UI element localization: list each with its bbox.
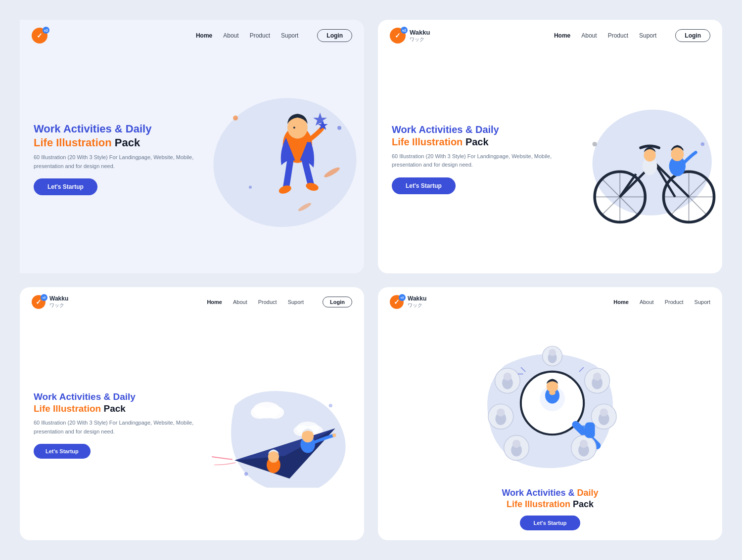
hero-text-1: Work Activities & Daily Life Illustratio… xyxy=(34,122,198,195)
navbar-1: v2 Home About Product Suport Login xyxy=(20,20,364,51)
hero-desc-2: 60 Illustration (20 With 3 Style) For La… xyxy=(392,152,556,170)
title-blue-3: Work Activities & Daily xyxy=(34,391,136,402)
cta-btn-1[interactable]: Let's Startup xyxy=(34,178,97,195)
svg-point-1 xyxy=(233,115,238,120)
cta-btn-2[interactable]: Let's Startup xyxy=(392,177,456,194)
login-btn-2[interactable]: Login xyxy=(675,29,710,42)
hero-3: Work Activities & Daily Life Illustratio… xyxy=(20,317,364,541)
svg-point-64 xyxy=(600,409,608,417)
title-blue-1: Work Activities & Daily xyxy=(34,123,151,135)
svg-point-46 xyxy=(329,404,332,407)
nav-product-4[interactable]: Product xyxy=(665,299,684,305)
hero-title-4: Work Activities & Daily Life Illustratio… xyxy=(502,487,598,510)
title-orange-4b: Life Illustration xyxy=(507,499,570,509)
logo-v2-4: v2 xyxy=(399,294,406,301)
svg-point-45 xyxy=(244,472,248,475)
hero-desc-1: 60 Illustration (20 With 3 Style) For La… xyxy=(34,153,198,171)
svg-point-70 xyxy=(580,440,588,448)
logo-text-4: Wakku ワック xyxy=(408,296,426,307)
login-btn-1[interactable]: Login xyxy=(317,29,352,42)
title-orange-2: Life Illustration xyxy=(392,136,463,147)
title-black-4: Pack xyxy=(573,499,594,509)
logo-2: v2 Wakku ワック xyxy=(390,28,430,43)
nav-links-2: Home About Product Suport Login xyxy=(554,29,710,42)
title-blue-2: Work Activities & Daily xyxy=(392,124,499,135)
hero-desc-3: 60 Illustration (20 With 3 Style) For La… xyxy=(34,419,198,436)
nav-about-4[interactable]: About xyxy=(640,299,654,305)
svg-point-27 xyxy=(671,147,684,161)
navbar-2: v2 Wakku ワック Home About Product Suport L… xyxy=(378,20,722,51)
nav-suport-2[interactable]: Suport xyxy=(639,32,656,39)
nav-suport-4[interactable]: Suport xyxy=(695,299,710,305)
nav-product-2[interactable]: Product xyxy=(608,32,628,39)
hero-text-4: Work Activities & Daily Life Illustratio… xyxy=(502,487,598,530)
hero-illus-2 xyxy=(533,51,722,273)
logo-4: v2 Wakku ワック xyxy=(390,295,426,309)
brand-name-4: Wakku xyxy=(408,296,426,302)
hero-illus-4 xyxy=(388,317,712,486)
logo-text-2: Wakku ワック xyxy=(410,29,430,42)
navbar-4: v2 Wakku ワック Home About Product Suport xyxy=(378,287,722,317)
card-airplane: v2 Wakku ワック Home About Product Suport L… xyxy=(20,287,364,541)
svg-point-12 xyxy=(305,181,320,192)
hero-illus-1 xyxy=(175,51,364,273)
title-black-2: Pack xyxy=(465,136,489,147)
brand-sub-3: ワック xyxy=(49,302,68,308)
hero-title-2: Work Activities & Daily Life Illustratio… xyxy=(392,124,556,148)
hero-title-1: Work Activities & Daily Life Illustratio… xyxy=(34,122,198,149)
logo-icon-4: v2 xyxy=(390,295,404,309)
hero-illus-3 xyxy=(175,317,364,541)
card-search: v2 Wakku ワック Home About Product Suport xyxy=(378,287,722,541)
svg-point-55 xyxy=(504,373,511,381)
navbar-3: v2 Wakku ワック Home About Product Suport L… xyxy=(20,287,364,317)
nav-suport-1[interactable]: Suport xyxy=(281,32,298,39)
svg-point-61 xyxy=(497,409,505,417)
svg-point-9 xyxy=(293,127,295,129)
title-black-3: Pack xyxy=(103,403,125,414)
nav-home-3[interactable]: Home xyxy=(207,299,222,305)
brand-name-3: Wakku xyxy=(49,296,68,302)
svg-point-73 xyxy=(549,349,556,356)
nav-home-2[interactable]: Home xyxy=(554,32,570,39)
nav-about-3[interactable]: About xyxy=(233,299,247,305)
brand-name-2: Wakku xyxy=(410,29,430,36)
brand-sub-2: ワック xyxy=(410,37,430,42)
nav-product-1[interactable]: Product xyxy=(250,32,270,39)
hero-4: Work Activities & Daily Life Illustratio… xyxy=(378,317,722,541)
svg-point-30 xyxy=(593,141,597,146)
nav-links-3: Home About Product Suport Login xyxy=(207,297,352,307)
nav-suport-3[interactable]: Suport xyxy=(288,299,304,305)
svg-point-67 xyxy=(512,440,520,448)
logo-icon-3: v2 xyxy=(32,295,46,309)
brand-sub-4: ワック xyxy=(408,302,426,308)
logo-icon-1: v2 xyxy=(32,28,47,43)
logo-v2-1: v2 xyxy=(43,27,49,34)
nav-product-3[interactable]: Product xyxy=(258,299,277,305)
hero-1: Work Activities & Daily Life Illustratio… xyxy=(20,51,364,273)
logo-1: v2 xyxy=(32,28,47,43)
logo-v2-3: v2 xyxy=(41,294,47,301)
nav-links-4: Home About Product Suport xyxy=(613,299,710,305)
nav-home-4[interactable]: Home xyxy=(613,299,629,305)
card-runner: v2 Home About Product Suport Login Work … xyxy=(20,20,364,273)
logo-icon-2: v2 xyxy=(390,28,406,43)
card-bicycle: v2 Wakku ワック Home About Product Suport L… xyxy=(378,20,722,273)
logo-v2-2: v2 xyxy=(401,27,408,34)
logo-3: v2 Wakku ワック xyxy=(32,295,68,309)
nav-links-1: Home About Product Suport Login xyxy=(196,29,352,42)
hero-2: Work Activities & Daily Life Illustratio… xyxy=(378,51,722,273)
title-orange-4a: Daily xyxy=(577,488,599,498)
hero-text-2: Work Activities & Daily Life Illustratio… xyxy=(392,124,556,194)
nav-about-1[interactable]: About xyxy=(223,32,238,39)
hero-title-3: Work Activities & Daily Life Illustratio… xyxy=(34,391,198,415)
cta-btn-3[interactable]: Let's Startup xyxy=(34,444,91,459)
nav-about-2[interactable]: About xyxy=(581,32,597,39)
svg-point-52 xyxy=(549,390,556,395)
nav-home-1[interactable]: Home xyxy=(196,32,212,39)
svg-point-58 xyxy=(593,373,601,381)
title-orange-3: Life Illustration xyxy=(34,403,101,414)
title-blue-4: Work Activities & xyxy=(502,488,577,498)
cta-btn-4[interactable]: Let's Startup xyxy=(520,516,581,530)
login-btn-3[interactable]: Login xyxy=(323,297,352,307)
hero-text-3: Work Activities & Daily Life Illustratio… xyxy=(34,391,198,459)
